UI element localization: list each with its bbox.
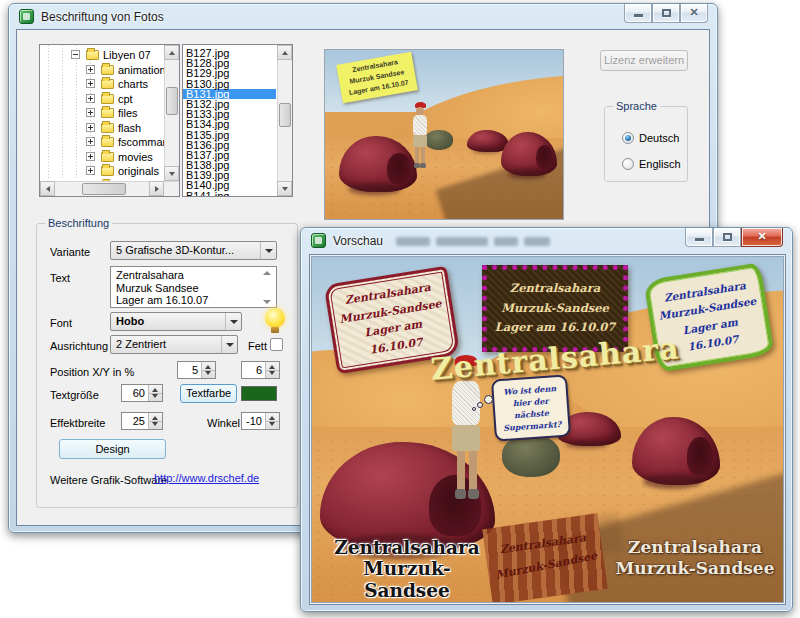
lightbulb-icon[interactable] xyxy=(265,308,285,328)
chevron-down-icon[interactable] xyxy=(225,313,241,330)
filelist-vertical-scrollbar[interactable] xyxy=(277,45,292,196)
close-button[interactable]: ✕ xyxy=(680,4,708,23)
arrow-right-icon xyxy=(155,186,159,192)
maximize-icon xyxy=(723,233,732,241)
scroll-thumb[interactable] xyxy=(279,103,291,127)
folder-icon xyxy=(101,123,114,133)
textgroesse-stepper[interactable]: 60 xyxy=(121,384,163,402)
fett-checkbox[interactable] xyxy=(270,338,283,351)
tree-horizontal-scrollbar[interactable] xyxy=(40,181,179,196)
scroll-right-button[interactable] xyxy=(149,181,164,196)
minimize-button[interactable] xyxy=(624,4,652,23)
fett-label: Fett xyxy=(248,340,267,352)
expand-icon[interactable] xyxy=(86,166,95,175)
variante-combobox[interactable]: 5 Grafische 3D-Kontur... xyxy=(110,241,277,260)
expand-icon[interactable] xyxy=(86,65,95,74)
variante-label: Variante xyxy=(50,246,90,258)
folder-icon xyxy=(101,79,114,89)
caption-group-label: Beschriftung xyxy=(45,217,112,229)
expand-icon[interactable] xyxy=(86,137,95,146)
tree-guide-line xyxy=(76,45,77,180)
chevron-down-icon[interactable] xyxy=(260,242,276,259)
arrow-down-icon xyxy=(169,172,175,176)
folder-icon xyxy=(101,108,114,118)
textfarbe-button[interactable]: Textfarbe xyxy=(180,384,237,403)
text-color-swatch[interactable] xyxy=(241,386,277,401)
app-icon xyxy=(311,233,326,248)
caption-speech-bubble[interactable]: Wo ist denn hier der nächste Supermarkt? xyxy=(491,374,571,441)
text-input[interactable]: Zentralsahara Murzuk Sandsee Lager am 16… xyxy=(110,266,277,308)
chevron-down-icon[interactable] xyxy=(221,336,237,353)
text-label: Text xyxy=(50,272,70,284)
radio-selected-icon[interactable] xyxy=(622,132,634,144)
maximize-button[interactable] xyxy=(713,228,741,247)
effektbreite-stepper[interactable]: 25 xyxy=(121,412,163,430)
scroll-up-button[interactable] xyxy=(277,45,292,60)
scroll-down-button[interactable] xyxy=(277,181,292,196)
main-titlebar[interactable]: Beschriftung von Fotos ✕ xyxy=(9,4,717,30)
caption-black-outline[interactable]: Zentralsahara Murzuk-Sandsee xyxy=(326,537,488,601)
file-list[interactable]: B127.jpg B128.jpg B129.jpg B130.jpg B131… xyxy=(182,44,293,197)
expand-icon[interactable] xyxy=(86,108,95,117)
position-y-stepper[interactable]: 6 xyxy=(241,361,280,379)
website-link[interactable]: http://www.drschef.de xyxy=(154,472,259,484)
textarea-scroll-down-icon[interactable] xyxy=(263,300,271,304)
folder-tree[interactable]: Libyen 07 animations charts cpt files xyxy=(39,44,180,197)
duffel-bag xyxy=(502,435,560,477)
maximize-button[interactable] xyxy=(652,4,680,23)
radio-englisch[interactable]: Englisch xyxy=(622,158,681,171)
collapse-icon[interactable] xyxy=(71,50,80,59)
footer-label: Weitere Grafik-Software xyxy=(50,474,167,486)
spinner-arrows-icon[interactable] xyxy=(148,413,162,429)
textgroesse-label: Textgröße xyxy=(50,389,99,401)
position-label: Position X/Y in % xyxy=(50,366,134,378)
caption-white-ghost[interactable]: Zentralsahara Murzuk-Sandsee xyxy=(614,537,776,580)
folder-icon xyxy=(101,166,114,176)
design-button[interactable]: Design xyxy=(59,439,166,459)
language-group-label: Sprache xyxy=(613,100,660,112)
winkel-stepper[interactable]: -10 xyxy=(241,412,280,430)
tree-guide-line xyxy=(62,45,63,180)
speech-bubble-dot xyxy=(484,395,493,404)
folder-icon xyxy=(101,137,114,147)
expand-icon[interactable] xyxy=(86,152,95,161)
ausrichtung-label: Ausrichtung xyxy=(50,340,108,352)
spinner-arrows-icon[interactable] xyxy=(148,385,162,401)
photo-thumbnail: Zentralsahara Murzuk Sandsee Lager am 16… xyxy=(324,49,564,220)
scroll-up-button[interactable] xyxy=(164,45,179,60)
ausrichtung-combobox[interactable]: 2 Zentriert xyxy=(110,335,238,354)
position-x-stepper[interactable]: 5 xyxy=(177,361,216,379)
scroll-down-button[interactable] xyxy=(164,166,179,181)
expand-icon[interactable] xyxy=(86,94,95,103)
tree-vertical-scrollbar[interactable] xyxy=(164,45,179,181)
scroll-thumb[interactable] xyxy=(166,87,178,115)
spinner-arrows-icon[interactable] xyxy=(265,362,279,378)
radio-unselected-icon[interactable] xyxy=(622,158,634,170)
main-window-title: Beschriftung von Fotos xyxy=(41,10,164,24)
arrow-left-icon xyxy=(46,186,50,192)
folder-icon xyxy=(101,94,114,104)
language-groupbox: Sprache Deutsch Englisch xyxy=(604,106,688,182)
scroll-thumb[interactable] xyxy=(82,183,126,195)
file-item[interactable]: B141.jpg xyxy=(183,191,276,197)
close-button[interactable]: ✕ xyxy=(741,228,783,247)
app-icon xyxy=(19,9,34,24)
maximize-icon xyxy=(662,9,671,17)
spinner-arrows-icon[interactable] xyxy=(201,362,215,378)
radio-deutsch[interactable]: Deutsch xyxy=(622,132,679,145)
caption-brown-note[interactable]: Zentralsahara Murzuk-Sandsee xyxy=(482,513,607,603)
license-extend-button[interactable]: Lizenz erweitern xyxy=(600,50,688,71)
minimize-button[interactable] xyxy=(685,228,713,247)
font-combobox[interactable]: Hobo xyxy=(110,312,242,331)
expand-icon[interactable] xyxy=(86,79,95,88)
preview-titlebar[interactable]: Vorschau ✕ xyxy=(301,228,792,254)
arrow-up-icon xyxy=(169,51,175,55)
file-item[interactable]: B134.jpg xyxy=(183,119,276,129)
title-hint-redacted xyxy=(396,237,556,246)
textarea-scroll-up-icon[interactable] xyxy=(263,271,271,275)
preview-photo[interactable]: Zentralsahara Murzuk-Sandsee Lager am 16… xyxy=(311,256,784,603)
spinner-arrows-icon[interactable] xyxy=(265,413,279,429)
expand-icon[interactable] xyxy=(86,123,95,132)
scroll-left-button[interactable] xyxy=(40,181,55,196)
folder-icon xyxy=(101,65,114,75)
